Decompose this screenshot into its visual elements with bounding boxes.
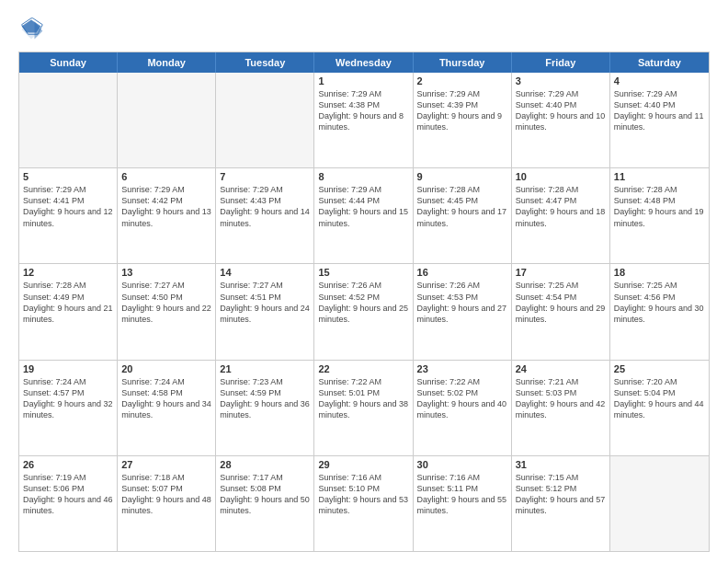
day-info: Sunrise: 7:16 AM Sunset: 5:10 PM Dayligh…	[318, 472, 408, 517]
calendar-day-6: 6Sunrise: 7:29 AM Sunset: 4:42 PM Daylig…	[118, 168, 216, 263]
calendar-day-10: 10Sunrise: 7:28 AM Sunset: 4:47 PM Dayli…	[512, 168, 610, 263]
day-info: Sunrise: 7:25 AM Sunset: 4:54 PM Dayligh…	[516, 280, 606, 325]
header	[18, 17, 710, 42]
day-number: 29	[318, 459, 408, 470]
day-number: 20	[121, 363, 211, 374]
day-info: Sunrise: 7:29 AM Sunset: 4:43 PM Dayligh…	[220, 184, 310, 229]
day-info: Sunrise: 7:29 AM Sunset: 4:38 PM Dayligh…	[318, 88, 408, 133]
day-info: Sunrise: 7:22 AM Sunset: 5:02 PM Dayligh…	[417, 376, 507, 421]
day-info: Sunrise: 7:29 AM Sunset: 4:42 PM Dayligh…	[121, 184, 211, 229]
calendar-day-22: 22Sunrise: 7:22 AM Sunset: 5:01 PM Dayli…	[314, 361, 413, 455]
day-number: 21	[220, 363, 310, 374]
calendar-day-18: 18Sunrise: 7:25 AM Sunset: 4:56 PM Dayli…	[610, 264, 709, 359]
day-info: Sunrise: 7:21 AM Sunset: 5:03 PM Dayligh…	[516, 376, 606, 421]
day-info: Sunrise: 7:29 AM Sunset: 4:40 PM Dayligh…	[516, 88, 606, 133]
calendar-day-1: 1Sunrise: 7:29 AM Sunset: 4:38 PM Daylig…	[314, 73, 413, 167]
day-number: 13	[121, 267, 211, 278]
day-info: Sunrise: 7:25 AM Sunset: 4:56 PM Dayligh…	[614, 280, 705, 325]
day-number: 6	[121, 171, 211, 182]
day-info: Sunrise: 7:26 AM Sunset: 4:52 PM Dayligh…	[318, 280, 408, 325]
calendar-day-23: 23Sunrise: 7:22 AM Sunset: 5:02 PM Dayli…	[414, 361, 512, 455]
day-info: Sunrise: 7:28 AM Sunset: 4:49 PM Dayligh…	[23, 280, 113, 325]
calendar-day-13: 13Sunrise: 7:27 AM Sunset: 4:50 PM Dayli…	[118, 264, 216, 359]
day-number: 30	[417, 459, 507, 470]
calendar-day-19: 19Sunrise: 7:24 AM Sunset: 4:57 PM Dayli…	[19, 361, 118, 455]
calendar-empty-cell	[216, 73, 314, 167]
day-of-week-thursday: Thursday	[414, 52, 512, 73]
day-info: Sunrise: 7:26 AM Sunset: 4:53 PM Dayligh…	[417, 280, 507, 325]
day-info: Sunrise: 7:20 AM Sunset: 5:04 PM Dayligh…	[614, 376, 705, 421]
calendar-day-14: 14Sunrise: 7:27 AM Sunset: 4:51 PM Dayli…	[216, 264, 314, 359]
calendar-day-27: 27Sunrise: 7:18 AM Sunset: 5:07 PM Dayli…	[118, 456, 216, 551]
day-number: 8	[318, 171, 408, 182]
day-info: Sunrise: 7:29 AM Sunset: 4:40 PM Dayligh…	[614, 88, 705, 133]
page: SundayMondayTuesdayWednesdayThursdayFrid…	[0, 0, 728, 563]
day-number: 19	[23, 363, 113, 374]
calendar-day-30: 30Sunrise: 7:16 AM Sunset: 5:11 PM Dayli…	[414, 456, 512, 551]
day-info: Sunrise: 7:28 AM Sunset: 4:47 PM Dayligh…	[516, 184, 606, 229]
day-info: Sunrise: 7:15 AM Sunset: 5:12 PM Dayligh…	[516, 472, 606, 517]
day-number: 31	[516, 459, 606, 470]
calendar-day-26: 26Sunrise: 7:19 AM Sunset: 5:06 PM Dayli…	[19, 456, 118, 551]
logo-icon	[18, 17, 44, 42]
day-number: 10	[516, 171, 606, 182]
calendar-day-25: 25Sunrise: 7:20 AM Sunset: 5:04 PM Dayli…	[610, 361, 709, 455]
day-info: Sunrise: 7:27 AM Sunset: 4:51 PM Dayligh…	[220, 280, 310, 325]
day-number: 2	[417, 75, 507, 86]
calendar-day-29: 29Sunrise: 7:16 AM Sunset: 5:10 PM Dayli…	[314, 456, 413, 551]
day-info: Sunrise: 7:17 AM Sunset: 5:08 PM Dayligh…	[220, 472, 310, 517]
day-info: Sunrise: 7:24 AM Sunset: 4:57 PM Dayligh…	[23, 376, 113, 421]
day-number: 15	[318, 267, 408, 278]
day-info: Sunrise: 7:29 AM Sunset: 4:39 PM Dayligh…	[417, 88, 507, 133]
day-number: 12	[23, 267, 113, 278]
day-number: 1	[318, 75, 408, 86]
calendar-empty-cell	[610, 456, 709, 551]
day-of-week-friday: Friday	[512, 52, 610, 73]
day-of-week-wednesday: Wednesday	[314, 52, 413, 73]
day-info: Sunrise: 7:29 AM Sunset: 4:41 PM Dayligh…	[23, 184, 113, 229]
day-number: 22	[318, 363, 408, 374]
calendar: SundayMondayTuesdayWednesdayThursdayFrid…	[18, 52, 710, 552]
day-number: 16	[417, 267, 507, 278]
calendar-empty-cell	[19, 73, 118, 167]
day-number: 23	[417, 363, 507, 374]
logo	[18, 17, 48, 42]
calendar-row: 12Sunrise: 7:28 AM Sunset: 4:49 PM Dayli…	[19, 263, 709, 359]
calendar-row: 1Sunrise: 7:29 AM Sunset: 4:38 PM Daylig…	[19, 73, 709, 167]
day-number: 4	[614, 75, 705, 86]
calendar-day-4: 4Sunrise: 7:29 AM Sunset: 4:40 PM Daylig…	[610, 73, 709, 167]
day-number: 3	[516, 75, 606, 86]
calendar-day-3: 3Sunrise: 7:29 AM Sunset: 4:40 PM Daylig…	[512, 73, 610, 167]
day-number: 9	[417, 171, 507, 182]
calendar-day-5: 5Sunrise: 7:29 AM Sunset: 4:41 PM Daylig…	[19, 168, 118, 263]
calendar-day-21: 21Sunrise: 7:23 AM Sunset: 4:59 PM Dayli…	[216, 361, 314, 455]
calendar-day-24: 24Sunrise: 7:21 AM Sunset: 5:03 PM Dayli…	[512, 361, 610, 455]
day-info: Sunrise: 7:18 AM Sunset: 5:07 PM Dayligh…	[121, 472, 211, 517]
day-info: Sunrise: 7:28 AM Sunset: 4:48 PM Dayligh…	[614, 184, 705, 229]
calendar-day-31: 31Sunrise: 7:15 AM Sunset: 5:12 PM Dayli…	[512, 456, 610, 551]
calendar-body: 1Sunrise: 7:29 AM Sunset: 4:38 PM Daylig…	[19, 73, 709, 551]
day-number: 18	[614, 267, 705, 278]
day-info: Sunrise: 7:22 AM Sunset: 5:01 PM Dayligh…	[318, 376, 408, 421]
calendar-day-12: 12Sunrise: 7:28 AM Sunset: 4:49 PM Dayli…	[19, 264, 118, 359]
calendar-empty-cell	[118, 73, 216, 167]
calendar-row: 26Sunrise: 7:19 AM Sunset: 5:06 PM Dayli…	[19, 455, 709, 551]
day-number: 11	[614, 171, 705, 182]
day-number: 24	[516, 363, 606, 374]
calendar-day-9: 9Sunrise: 7:28 AM Sunset: 4:45 PM Daylig…	[414, 168, 512, 263]
day-info: Sunrise: 7:27 AM Sunset: 4:50 PM Dayligh…	[121, 280, 211, 325]
day-of-week-monday: Monday	[118, 52, 216, 73]
calendar-day-11: 11Sunrise: 7:28 AM Sunset: 4:48 PM Dayli…	[610, 168, 709, 263]
day-info: Sunrise: 7:28 AM Sunset: 4:45 PM Dayligh…	[417, 184, 507, 229]
calendar-day-28: 28Sunrise: 7:17 AM Sunset: 5:08 PM Dayli…	[216, 456, 314, 551]
day-number: 7	[220, 171, 310, 182]
calendar-day-20: 20Sunrise: 7:24 AM Sunset: 4:58 PM Dayli…	[118, 361, 216, 455]
calendar-row: 5Sunrise: 7:29 AM Sunset: 4:41 PM Daylig…	[19, 167, 709, 263]
calendar-day-2: 2Sunrise: 7:29 AM Sunset: 4:39 PM Daylig…	[414, 73, 512, 167]
day-number: 25	[614, 363, 705, 374]
day-of-week-saturday: Saturday	[610, 52, 709, 73]
calendar-day-17: 17Sunrise: 7:25 AM Sunset: 4:54 PM Dayli…	[512, 264, 610, 359]
day-number: 26	[23, 459, 113, 470]
day-number: 28	[220, 459, 310, 470]
calendar-header: SundayMondayTuesdayWednesdayThursdayFrid…	[19, 52, 709, 73]
